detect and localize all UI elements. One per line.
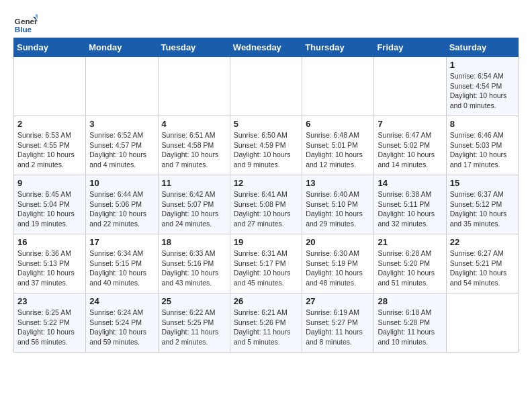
- day-number: 26: [234, 296, 298, 306]
- weekday-header-monday: Monday: [86, 38, 158, 57]
- day-number: 7: [378, 119, 442, 129]
- weekday-header-friday: Friday: [374, 38, 446, 57]
- calendar-cell: 17Sunrise: 6:34 AM Sunset: 5:15 PM Dayli…: [86, 234, 158, 293]
- calendar-cell: [230, 57, 302, 116]
- day-number: 22: [450, 237, 515, 247]
- calendar-week-3: 9Sunrise: 6:45 AM Sunset: 5:04 PM Daylig…: [14, 175, 519, 234]
- day-number: 3: [89, 119, 154, 129]
- day-number: 14: [378, 178, 442, 188]
- day-info: Sunrise: 6:50 AM Sunset: 4:59 PM Dayligh…: [234, 130, 298, 170]
- day-number: 15: [450, 178, 515, 188]
- calendar-cell: [446, 293, 518, 353]
- day-number: 12: [234, 178, 298, 188]
- calendar-cell: 26Sunrise: 6:21 AM Sunset: 5:26 PM Dayli…: [230, 293, 302, 353]
- day-info: Sunrise: 6:53 AM Sunset: 4:55 PM Dayligh…: [17, 130, 82, 170]
- calendar-cell: 28Sunrise: 6:18 AM Sunset: 5:28 PM Dayli…: [374, 293, 446, 353]
- day-number: 9: [17, 178, 82, 188]
- logo-icon: General Blue: [13, 11, 38, 35]
- calendar-cell: [374, 57, 446, 116]
- day-number: 5: [234, 119, 298, 129]
- day-number: 13: [306, 178, 370, 188]
- calendar-cell: 20Sunrise: 6:30 AM Sunset: 5:19 PM Dayli…: [302, 234, 374, 293]
- calendar-cell: 25Sunrise: 6:22 AM Sunset: 5:25 PM Dayli…: [158, 293, 230, 353]
- calendar-cell: 6Sunrise: 6:48 AM Sunset: 5:01 PM Daylig…: [302, 116, 374, 175]
- day-number: 18: [162, 237, 226, 247]
- weekday-header-sunday: Sunday: [14, 38, 86, 57]
- day-number: 8: [450, 119, 515, 129]
- day-info: Sunrise: 6:46 AM Sunset: 5:03 PM Dayligh…: [450, 130, 515, 170]
- day-info: Sunrise: 6:48 AM Sunset: 5:01 PM Dayligh…: [306, 130, 370, 170]
- day-info: Sunrise: 6:47 AM Sunset: 5:02 PM Dayligh…: [378, 130, 442, 170]
- day-info: Sunrise: 6:19 AM Sunset: 5:27 PM Dayligh…: [306, 308, 370, 347]
- day-number: 11: [162, 178, 226, 188]
- day-number: 25: [162, 296, 226, 306]
- day-info: Sunrise: 6:44 AM Sunset: 5:06 PM Dayligh…: [89, 189, 154, 229]
- day-number: 23: [17, 296, 82, 306]
- day-info: Sunrise: 6:41 AM Sunset: 5:08 PM Dayligh…: [234, 189, 298, 229]
- day-number: 6: [306, 119, 370, 129]
- day-info: Sunrise: 6:24 AM Sunset: 5:24 PM Dayligh…: [89, 308, 154, 347]
- day-info: Sunrise: 6:37 AM Sunset: 5:12 PM Dayligh…: [450, 189, 515, 229]
- calendar-cell: [302, 57, 374, 116]
- day-info: Sunrise: 6:33 AM Sunset: 5:16 PM Dayligh…: [162, 248, 226, 288]
- day-number: 24: [89, 296, 154, 306]
- day-info: Sunrise: 6:54 AM Sunset: 4:54 PM Dayligh…: [450, 71, 515, 111]
- day-number: 2: [17, 119, 82, 129]
- day-info: Sunrise: 6:40 AM Sunset: 5:10 PM Dayligh…: [306, 189, 370, 229]
- day-number: 1: [450, 60, 515, 70]
- calendar-week-2: 2Sunrise: 6:53 AM Sunset: 4:55 PM Daylig…: [14, 116, 519, 175]
- day-number: 17: [89, 237, 154, 247]
- calendar-cell: 7Sunrise: 6:47 AM Sunset: 5:02 PM Daylig…: [374, 116, 446, 175]
- calendar-week-1: 1Sunrise: 6:54 AM Sunset: 4:54 PM Daylig…: [14, 57, 519, 116]
- calendar-cell: 1Sunrise: 6:54 AM Sunset: 4:54 PM Daylig…: [446, 57, 518, 116]
- calendar-cell: 12Sunrise: 6:41 AM Sunset: 5:08 PM Dayli…: [230, 175, 302, 234]
- calendar-cell: 19Sunrise: 6:31 AM Sunset: 5:17 PM Dayli…: [230, 234, 302, 293]
- logo: General Blue: [13, 11, 40, 35]
- day-info: Sunrise: 6:28 AM Sunset: 5:20 PM Dayligh…: [378, 248, 442, 288]
- day-number: 27: [306, 296, 370, 306]
- weekday-header-wednesday: Wednesday: [230, 38, 302, 57]
- day-info: Sunrise: 6:22 AM Sunset: 5:25 PM Dayligh…: [162, 308, 226, 347]
- calendar-cell: [14, 57, 86, 116]
- calendar-cell: 2Sunrise: 6:53 AM Sunset: 4:55 PM Daylig…: [14, 116, 86, 175]
- calendar-week-4: 16Sunrise: 6:36 AM Sunset: 5:13 PM Dayli…: [14, 234, 519, 293]
- header: General Blue: [13, 11, 519, 35]
- day-info: Sunrise: 6:34 AM Sunset: 5:15 PM Dayligh…: [89, 248, 154, 288]
- day-info: Sunrise: 6:18 AM Sunset: 5:28 PM Dayligh…: [378, 308, 442, 347]
- calendar-page: General Blue SundayMondayTuesdayWednesda…: [0, 0, 532, 363]
- day-info: Sunrise: 6:45 AM Sunset: 5:04 PM Dayligh…: [17, 189, 82, 229]
- weekday-header-row: SundayMondayTuesdayWednesdayThursdayFrid…: [14, 38, 519, 57]
- day-number: 19: [234, 237, 298, 247]
- calendar-cell: [158, 57, 230, 116]
- svg-text:Blue: Blue: [15, 25, 32, 34]
- calendar-cell: 11Sunrise: 6:42 AM Sunset: 5:07 PM Dayli…: [158, 175, 230, 234]
- calendar-cell: 21Sunrise: 6:28 AM Sunset: 5:20 PM Dayli…: [374, 234, 446, 293]
- calendar-cell: 18Sunrise: 6:33 AM Sunset: 5:16 PM Dayli…: [158, 234, 230, 293]
- day-number: 4: [162, 119, 226, 129]
- day-info: Sunrise: 6:42 AM Sunset: 5:07 PM Dayligh…: [162, 189, 226, 229]
- calendar-cell: 10Sunrise: 6:44 AM Sunset: 5:06 PM Dayli…: [86, 175, 158, 234]
- day-number: 20: [306, 237, 370, 247]
- calendar-cell: 4Sunrise: 6:51 AM Sunset: 4:58 PM Daylig…: [158, 116, 230, 175]
- weekday-header-thursday: Thursday: [302, 38, 374, 57]
- calendar-cell: 23Sunrise: 6:25 AM Sunset: 5:22 PM Dayli…: [14, 293, 86, 353]
- day-info: Sunrise: 6:38 AM Sunset: 5:11 PM Dayligh…: [378, 189, 442, 229]
- weekday-header-saturday: Saturday: [446, 38, 518, 57]
- day-info: Sunrise: 6:36 AM Sunset: 5:13 PM Dayligh…: [17, 248, 82, 288]
- calendar-table: SundayMondayTuesdayWednesdayThursdayFrid…: [13, 38, 519, 353]
- calendar-cell: 14Sunrise: 6:38 AM Sunset: 5:11 PM Dayli…: [374, 175, 446, 234]
- day-number: 16: [17, 237, 82, 247]
- day-info: Sunrise: 6:52 AM Sunset: 4:57 PM Dayligh…: [89, 130, 154, 170]
- calendar-cell: 9Sunrise: 6:45 AM Sunset: 5:04 PM Daylig…: [14, 175, 86, 234]
- calendar-cell: 13Sunrise: 6:40 AM Sunset: 5:10 PM Dayli…: [302, 175, 374, 234]
- day-info: Sunrise: 6:25 AM Sunset: 5:22 PM Dayligh…: [17, 308, 82, 347]
- calendar-cell: 5Sunrise: 6:50 AM Sunset: 4:59 PM Daylig…: [230, 116, 302, 175]
- calendar-cell: 27Sunrise: 6:19 AM Sunset: 5:27 PM Dayli…: [302, 293, 374, 353]
- day-info: Sunrise: 6:51 AM Sunset: 4:58 PM Dayligh…: [162, 130, 226, 170]
- day-info: Sunrise: 6:31 AM Sunset: 5:17 PM Dayligh…: [234, 248, 298, 288]
- calendar-cell: 22Sunrise: 6:27 AM Sunset: 5:21 PM Dayli…: [446, 234, 518, 293]
- day-number: 28: [378, 296, 442, 306]
- calendar-cell: 3Sunrise: 6:52 AM Sunset: 4:57 PM Daylig…: [86, 116, 158, 175]
- calendar-cell: 15Sunrise: 6:37 AM Sunset: 5:12 PM Dayli…: [446, 175, 518, 234]
- day-info: Sunrise: 6:30 AM Sunset: 5:19 PM Dayligh…: [306, 248, 370, 288]
